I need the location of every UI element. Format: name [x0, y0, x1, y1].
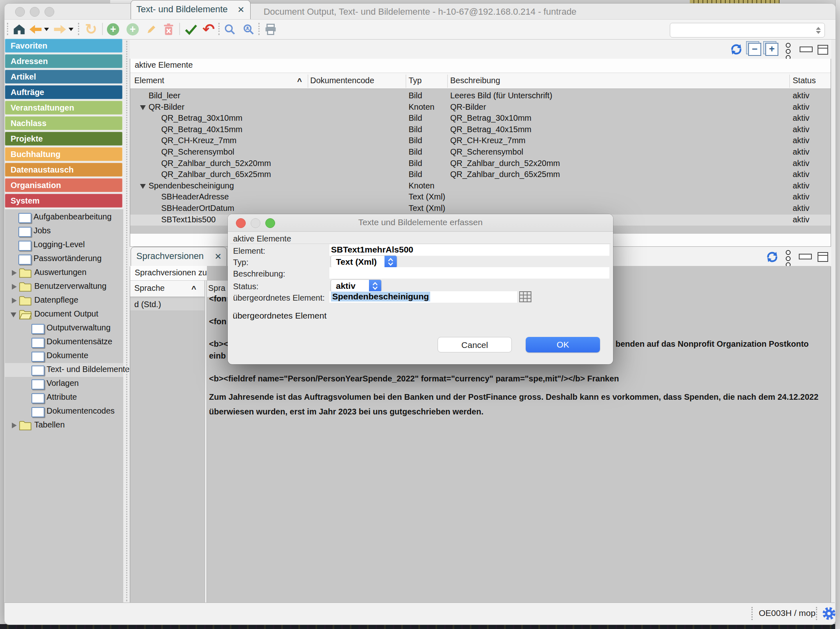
more-options-icon[interactable] [784, 42, 792, 58]
add-icon[interactable]: + [106, 22, 120, 37]
tree-item-dokumentensätze[interactable]: Dokumentensätze [5, 335, 123, 349]
language-column-header[interactable]: Sprache ^ [130, 281, 204, 297]
column-divider[interactable] [789, 75, 790, 88]
tab-text-und-bildelemente[interactable]: Text- und Bildelemente [131, 0, 251, 19]
minimize-panel-icon[interactable] [798, 250, 812, 264]
table-row[interactable]: QR_Betrag_30x10mmBildQR_Betrag_30x10mmak… [130, 113, 831, 124]
tree-item-logging-level[interactable]: Logging-Level [5, 238, 123, 252]
column-typ[interactable]: Typ [409, 76, 422, 85]
sidebar-category-nachlass[interactable]: Nachlass [5, 116, 122, 130]
table-row[interactable]: QR_CH-Kreuz_7mmBildQR_CH-Kreuz_7mmaktiv [130, 135, 831, 147]
tab-close-icon[interactable] [237, 5, 244, 15]
tree-item-passwortänderung[interactable]: Passwortänderung [5, 252, 123, 266]
refresh-icon[interactable]: ↻ [83, 22, 99, 37]
disclosure-right-icon[interactable] [12, 284, 17, 290]
table-row[interactable]: SBHeaderOrtDatumText (Xml)aktiv [130, 203, 831, 215]
home-icon[interactable] [12, 22, 27, 37]
search-icon[interactable] [222, 22, 237, 37]
forward-menu-icon[interactable] [68, 22, 74, 37]
disclosure-down-icon[interactable] [140, 105, 146, 110]
parent-element-field[interactable]: Spendenbescheinigung [329, 291, 517, 303]
column-divider[interactable] [406, 75, 406, 88]
disclosure-right-icon[interactable] [12, 270, 17, 276]
element-field[interactable]: SBText1mehrAls500 [329, 244, 609, 256]
column-sprache[interactable]: Sprache [134, 283, 165, 293]
combobox-stepper-icon[interactable] [814, 25, 823, 35]
confirm-check-icon[interactable] [183, 22, 199, 37]
language-row[interactable]: d (Std.) [130, 298, 204, 310]
column-element[interactable]: Element [134, 76, 164, 85]
column-beschreibung[interactable]: Beschreibung [450, 76, 500, 85]
minimize-panel-icon[interactable] [799, 42, 813, 56]
sidebar-category-aufträge[interactable]: Aufträge [5, 85, 122, 99]
disclosure-right-icon[interactable] [12, 423, 17, 428]
beschreibung-field[interactable] [329, 267, 609, 279]
tree-item-attribute[interactable]: Attribute [5, 391, 123, 405]
settings-gear-icon[interactable] [822, 606, 836, 622]
table-row[interactable]: SpendenbescheinigungKnotenaktiv [130, 181, 831, 192]
undo-icon[interactable]: ↶ [200, 22, 217, 37]
collapse-all-icon[interactable]: − [748, 42, 762, 56]
sort-asc-icon[interactable]: ^ [297, 77, 302, 86]
maximize-panel-icon[interactable] [816, 43, 829, 56]
delete-trash-icon[interactable] [162, 22, 176, 37]
table-row[interactable]: QR_Betrag_40x15mmBildQR_Betrag_40x15mmak… [130, 124, 831, 136]
combobox-input[interactable] [673, 24, 809, 36]
refresh-view-icon[interactable] [729, 42, 744, 57]
table-row[interactable]: SBHeaderAdresseText (Xml)aktiv [130, 192, 831, 203]
sidebar-category-system[interactable]: System [5, 194, 122, 208]
toolbar-grip[interactable] [7, 23, 8, 35]
add-copy-icon[interactable]: + [125, 22, 140, 37]
disclosure-right-icon[interactable] [12, 298, 17, 303]
refresh-view-icon[interactable] [765, 250, 780, 264]
column-divider[interactable] [447, 75, 448, 88]
back-icon[interactable] [28, 22, 43, 37]
column-status[interactable]: Status [793, 76, 816, 85]
edit-pencil-icon[interactable] [144, 22, 158, 37]
cancel-button[interactable]: Cancel [438, 337, 512, 352]
table-row[interactable]: QR-BilderKnotenQR-Bilderaktiv [130, 102, 831, 113]
tree-item-datenpflege[interactable]: Datenpflege [5, 294, 123, 308]
status-select[interactable]: aktiv [331, 279, 382, 292]
column-dokumentencode[interactable]: Dokumentencode [310, 76, 374, 85]
forward-icon[interactable] [53, 22, 67, 37]
disclosure-down-icon[interactable] [11, 312, 16, 317]
table-row[interactable]: QR_Zahlbar_durch_65x25mmBildQR_Zahlbar_d… [130, 169, 831, 181]
table-row[interactable]: QR_Zahlbar_durch_52x20mmBildQR_Zahlbar_d… [130, 158, 831, 170]
more-options-icon[interactable] [784, 249, 792, 265]
search-next-icon[interactable] [241, 22, 256, 37]
maximize-panel-icon[interactable] [816, 250, 829, 264]
dialog-titlebar[interactable]: Texte und Bildelemente erfassen [228, 214, 613, 232]
typ-stepper-icon[interactable] [384, 256, 397, 268]
tree-item-vorlagen[interactable]: Vorlagen [5, 377, 123, 391]
tab-sprachversionen[interactable]: Sprachversionen [131, 247, 227, 266]
tree-item-outputverwaltung[interactable]: Outputverwaltung [5, 321, 123, 335]
back-menu-icon[interactable] [44, 22, 49, 37]
tab-close-icon[interactable] [214, 252, 222, 261]
typ-select[interactable]: Text (Xml) [331, 255, 397, 268]
tree-item-aufgabenbearbeitung[interactable]: Aufgabenbearbeitung [5, 210, 123, 224]
tree-item-dokumentencodes[interactable]: Dokumentencodes [5, 405, 123, 419]
sidebar-category-datenaustausch[interactable]: Datenaustausch [5, 163, 122, 177]
lookup-table-icon[interactable] [519, 291, 531, 304]
expand-all-icon[interactable]: + [765, 42, 779, 56]
tree-item-document-output[interactable]: Document Output [5, 308, 123, 321]
tree-item-auswertungen[interactable]: Auswertungen [5, 266, 123, 280]
window-titlebar[interactable]: Document Output, Text- und Bildelemente … [4, 4, 836, 20]
tree-item-text-und-bildelemente[interactable]: Text- und Bildelemente [5, 363, 123, 377]
print-icon[interactable] [263, 22, 278, 37]
tree-item-jobs[interactable]: Jobs [5, 224, 123, 238]
tree-item-dokumente[interactable]: Dokumente [5, 349, 123, 363]
sidebar-category-buchhaltung[interactable]: Buchhaltung [5, 147, 122, 161]
disclosure-down-icon[interactable] [140, 184, 146, 189]
sidebar-category-organisation[interactable]: Organisation [5, 178, 122, 192]
toolbar-combobox[interactable] [670, 23, 825, 38]
tree-item-benutzerverwaltung[interactable]: Benutzerverwaltung [5, 280, 123, 294]
tree-item-tabellen[interactable]: Tabellen [5, 419, 123, 432]
splitter-handle[interactable] [126, 41, 127, 601]
sidebar-category-veranstaltungen[interactable]: Veranstaltungen [5, 101, 122, 115]
sidebar-category-adressen[interactable]: Adressen [5, 54, 122, 68]
sidebar-category-favoriten[interactable]: Favoriten [5, 39, 122, 53]
ok-button[interactable]: OK [526, 337, 600, 352]
status-stepper-icon[interactable] [369, 280, 381, 292]
